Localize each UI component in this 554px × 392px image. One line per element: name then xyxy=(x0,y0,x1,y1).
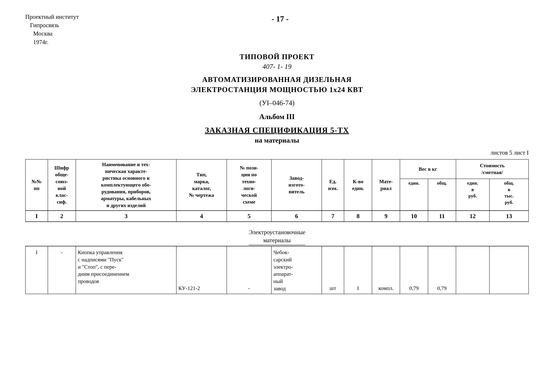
cell-row1-col13 xyxy=(489,246,529,294)
album-label: Альбом III xyxy=(25,112,529,121)
desc-line2: ЭЛЕКТРОСТАНЦИЯ МОЩНОСТЬЮ 1х24 КВТ xyxy=(25,85,529,95)
org-line3: Москва xyxy=(33,29,79,38)
col-num-3: 3 xyxy=(76,210,176,222)
col-header-13: общ.втыс.руб. xyxy=(489,179,529,210)
col-num-12: 12 xyxy=(456,210,489,222)
col-header-4: Тип,марка,каталог,№ чертежа xyxy=(176,159,227,211)
col-header-weight: Вес в кг xyxy=(400,159,456,179)
cell-row1-col6: Чебок- сарский электро- аппарат- ный зав… xyxy=(271,246,322,294)
col-num-5: 5 xyxy=(227,210,271,222)
cell-row1-col4: КУ-121-2 xyxy=(176,246,227,294)
col-num-7: 7 xyxy=(322,210,344,222)
cell-row1-col12 xyxy=(456,246,489,294)
col-header-8: К-воедин. xyxy=(344,159,372,211)
col-header-11: общ. xyxy=(428,179,456,210)
project-type-label: ТИПОВОЙ ПРОЕКТ xyxy=(25,53,529,61)
table-header-row: №№пп Шифробще-союз-нойклас-сиф. Наименов… xyxy=(25,159,529,179)
desc-line1: АВТОМАТИЗИРОВАННАЯ ДИЗЕЛЬНАЯ xyxy=(25,75,529,85)
org-info: Проектный институт Гипросвязь Москва 197… xyxy=(25,13,79,46)
cell-row1-col11: 0,79 xyxy=(428,246,456,294)
col-header-1: №№пп xyxy=(25,159,48,211)
cell-row1-col5: - xyxy=(227,246,271,294)
page-number: - 17 - xyxy=(79,14,481,23)
col-num-8: 8 xyxy=(344,210,372,222)
section-header-row: Электроустановочныематериалы xyxy=(25,222,529,246)
col-header-9: Мате-риал xyxy=(372,159,400,211)
col-num-6: 6 xyxy=(271,210,322,222)
project-number: 407- 1- 19 xyxy=(25,63,529,70)
spec-title: ЗАКАЗНАЯ СПЕЦИФИКАЦИЯ 5-ТХ xyxy=(25,126,529,135)
col-num-1: I xyxy=(25,210,48,222)
section-header-text: Электроустановочныематериалы xyxy=(249,228,305,245)
col-num-13: 13 xyxy=(489,210,529,222)
col-header-12: един.вруб. xyxy=(456,179,489,210)
org-line2: Гипросвязь xyxy=(30,21,79,29)
col-header-7: Ед.изм. xyxy=(322,159,344,211)
org-line1: Проектный институт xyxy=(25,13,79,21)
title-section: ТИПОВОЙ ПРОЕКТ 407- 1- 19 АВТОМАТИЗИРОВА… xyxy=(25,53,529,144)
col-header-cost: Стоимость/сметная/ xyxy=(456,159,529,179)
col-header-5: № пози-ции потехно-логи-ческойсхеме xyxy=(227,159,271,211)
col-header-6: Завод-изгото-витель xyxy=(271,159,322,211)
sheet-info: листов 5 лист I xyxy=(25,149,529,156)
cell-row1-col9: компл. xyxy=(372,246,400,294)
header-section: Проектный институт Гипросвязь Москва 197… xyxy=(25,13,529,46)
project-code: (УI–046-74) xyxy=(25,99,529,107)
cell-row1-col1: I xyxy=(25,246,48,294)
org-line4: 1974г. xyxy=(33,38,79,46)
col-num-11: 11 xyxy=(428,210,456,222)
spec-subtitle: на материалы xyxy=(25,136,529,144)
column-numbers-row: I 2 3 4 5 6 7 8 9 10 11 12 13 xyxy=(25,210,529,222)
table-row: I - Кнопка управления с надписями "Пуск"… xyxy=(25,246,529,294)
document-page: Проектный институт Гипросвязь Москва 197… xyxy=(25,13,529,294)
col-num-4: 4 xyxy=(176,210,227,222)
col-header-2: Шифробще-союз-нойклас-сиф. xyxy=(48,159,76,211)
col-num-2: 2 xyxy=(48,210,76,222)
col-header-3: Наименование и тех-ническая характе-рист… xyxy=(76,159,176,211)
project-description: АВТОМАТИЗИРОВАННАЯ ДИЗЕЛЬНАЯ ЭЛЕКТРОСТАН… xyxy=(25,75,529,95)
cell-row1-col2: - xyxy=(48,246,76,294)
col-header-10: един. xyxy=(400,179,428,210)
cell-row1-col3: Кнопка управления с надписями "Пуск" и "… xyxy=(76,246,176,294)
col-num-10: 10 xyxy=(400,210,428,222)
cell-row1-col7: шт xyxy=(322,246,344,294)
cell-row1-col8: I xyxy=(344,246,372,294)
cell-row1-col10: 0,79 xyxy=(400,246,428,294)
spec-table: №№пп Шифробще-союз-нойклас-сиф. Наименов… xyxy=(25,159,529,294)
col-num-9: 9 xyxy=(372,210,400,222)
